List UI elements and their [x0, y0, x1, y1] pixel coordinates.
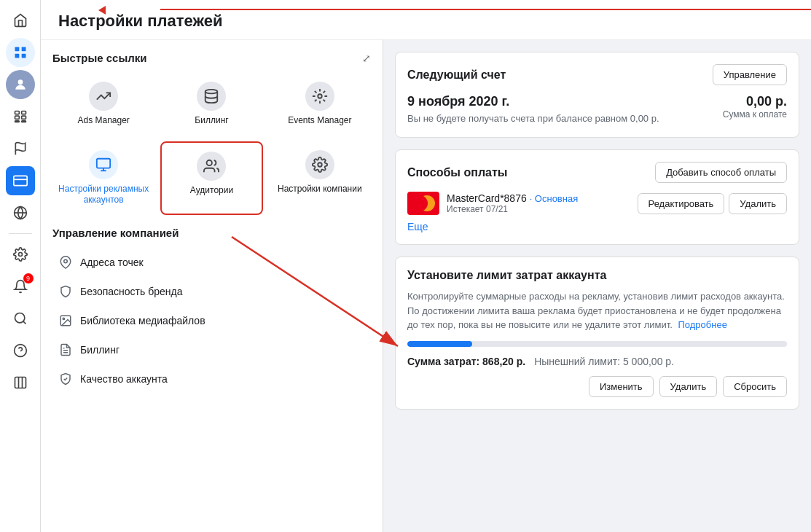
delete-limit-button[interactable]: Удалить — [659, 376, 718, 397]
red-arrow-line — [160, 9, 811, 10]
sidebar-divider — [9, 233, 32, 234]
settings-icon[interactable] — [6, 240, 35, 269]
audiences-icon — [197, 152, 226, 181]
svg-point-31 — [64, 259, 68, 263]
svg-line-18 — [23, 321, 26, 324]
bell-icon[interactable]: 9 — [6, 272, 35, 301]
delete-payment-button[interactable]: Удалить — [729, 193, 787, 214]
company-settings-label: Настройки компании — [278, 184, 362, 195]
svg-point-16 — [18, 253, 22, 257]
ads-manager-label: Ads Manager — [77, 115, 129, 127]
invoice-amount-value: 0,00 р. — [723, 94, 787, 109]
page-header: Настройки платежей — [41, 0, 811, 40]
svg-rect-7 — [15, 116, 19, 119]
quick-links-grid: Ads Manager Биллинг Events Manager — [52, 73, 371, 215]
media-library-label: Библиотека медиафайлов — [80, 315, 205, 326]
manage-company-title: Управление компанией — [52, 227, 371, 239]
quick-link-audiences[interactable]: Аудитории — [160, 141, 262, 215]
invoice-description: Вы не будете получать счета при балансе … — [407, 112, 659, 125]
billing-menu-label: Биллинг — [80, 344, 120, 356]
payment-methods-title: Способы оплаты — [407, 166, 507, 179]
left-panel: Быстрые ссылки ⤢ Ads Manager Биллинг — [41, 40, 383, 532]
payment-icon[interactable] — [6, 166, 35, 195]
columns-icon[interactable] — [6, 368, 35, 397]
search-icon[interactable] — [6, 304, 35, 333]
page-container: Настройки платежей Быстрые ссылки ⤢ Ads … — [41, 0, 811, 532]
svg-rect-12 — [13, 176, 26, 185]
svg-rect-26 — [97, 158, 110, 168]
card-expiry: Истекает 07/21 — [447, 204, 630, 214]
svg-rect-1 — [21, 47, 26, 52]
more-link[interactable]: Еще — [407, 221, 787, 232]
edit-payment-button[interactable]: Редактировать — [638, 193, 725, 214]
ad-account-icon — [89, 150, 118, 179]
payment-buttons: Редактировать Удалить — [638, 193, 787, 214]
grid-icon[interactable] — [6, 38, 35, 67]
addresses-icon — [58, 255, 73, 270]
help-icon[interactable] — [6, 336, 35, 365]
spending-limit-description: Контролируйте суммарные расходы на рекла… — [407, 289, 787, 332]
invoice-amount-label: Сумма к оплате — [723, 109, 787, 120]
svg-rect-5 — [15, 112, 19, 114]
svg-point-24 — [205, 90, 218, 93]
spending-limit-more-link[interactable]: Подробнее — [678, 319, 727, 330]
events-label: Events Manager — [288, 115, 351, 127]
quick-link-ad-account[interactable]: Настройки рекламных аккаунтов — [52, 141, 154, 215]
card-name: MasterCard*8876 · Основная — [447, 192, 630, 204]
menu-item-media-library[interactable]: Библиотека медиафайлов — [52, 306, 371, 335]
invoice-amount: 0,00 р. Сумма к оплате — [723, 94, 787, 120]
svg-point-4 — [17, 79, 23, 85]
svg-rect-9 — [15, 121, 19, 122]
payment-methods-card: Способы оплаты Добавить способ оплаты Ma… — [395, 149, 799, 245]
change-limit-button[interactable]: Изменить — [589, 376, 654, 397]
quick-link-company[interactable]: Настройки компании — [269, 141, 371, 215]
mastercard-logo — [407, 192, 439, 215]
catalog-icon[interactable] — [6, 102, 35, 131]
quick-link-events[interactable]: Events Manager — [269, 73, 371, 136]
svg-rect-21 — [15, 378, 26, 388]
svg-rect-6 — [21, 112, 26, 114]
svg-rect-8 — [21, 116, 26, 119]
content-area: Быстрые ссылки ⤢ Ads Manager Биллинг — [41, 40, 811, 532]
menu-item-brand-safety[interactable]: Безопасность бренда — [52, 277, 371, 306]
globe-icon[interactable] — [6, 198, 35, 227]
account-quality-icon — [58, 372, 73, 386]
brand-safety-icon — [58, 284, 73, 299]
quick-link-ads-manager[interactable]: Ads Manager — [52, 73, 154, 136]
addresses-label: Адреса точек — [80, 257, 144, 268]
spending-limit-title: Установите лимит затрат аккаунта — [407, 269, 787, 282]
avatar-icon[interactable] — [6, 70, 35, 99]
ads-manager-icon — [89, 82, 118, 111]
svg-rect-3 — [21, 54, 26, 58]
manage-button[interactable]: Управление — [713, 64, 787, 85]
notification-badge: 9 — [23, 273, 34, 283]
svg-point-29 — [207, 160, 212, 165]
brand-safety-label: Безопасность бренда — [80, 286, 182, 297]
spending-limit-card: Установите лимит затрат аккаунта Контрол… — [395, 257, 799, 410]
home-icon[interactable] — [6, 6, 35, 35]
expand-icon[interactable]: ⤢ — [362, 52, 371, 64]
reset-limit-button[interactable]: Сбросить — [723, 376, 787, 397]
menu-item-addresses[interactable]: Адреса точек — [52, 248, 371, 277]
billing-label: Биллинг — [195, 115, 228, 127]
company-settings-icon — [305, 150, 334, 179]
menu-item-billing[interactable]: Биллинг — [52, 335, 371, 364]
svg-point-17 — [15, 313, 24, 323]
invoice-date: 9 ноября 2020 г. — [407, 94, 659, 109]
card-info: MasterCard*8876 · Основная Истекает 07/2… — [447, 192, 630, 214]
billing-menu-icon — [58, 343, 73, 357]
next-invoice-title: Следующий счет — [407, 69, 506, 82]
right-panel: Следующий счет Управление 9 ноября 2020 … — [383, 40, 811, 532]
payment-method-row: MasterCard*8876 · Основная Истекает 07/2… — [407, 192, 787, 215]
flag-icon[interactable] — [6, 134, 35, 163]
next-invoice-card: Следующий счет Управление 9 ноября 2020 … — [395, 52, 799, 138]
quick-link-billing[interactable]: Биллинг — [160, 73, 262, 136]
red-arrowhead-left — [98, 6, 106, 15]
media-library-icon — [58, 313, 73, 328]
menu-item-account-quality[interactable]: Качество аккаунта — [52, 364, 371, 394]
add-payment-button[interactable]: Добавить способ оплаты — [655, 162, 787, 183]
page-title: Настройки платежей — [58, 12, 794, 39]
svg-rect-0 — [15, 47, 19, 52]
events-icon — [305, 82, 334, 111]
audiences-label: Аудитории — [190, 185, 233, 197]
